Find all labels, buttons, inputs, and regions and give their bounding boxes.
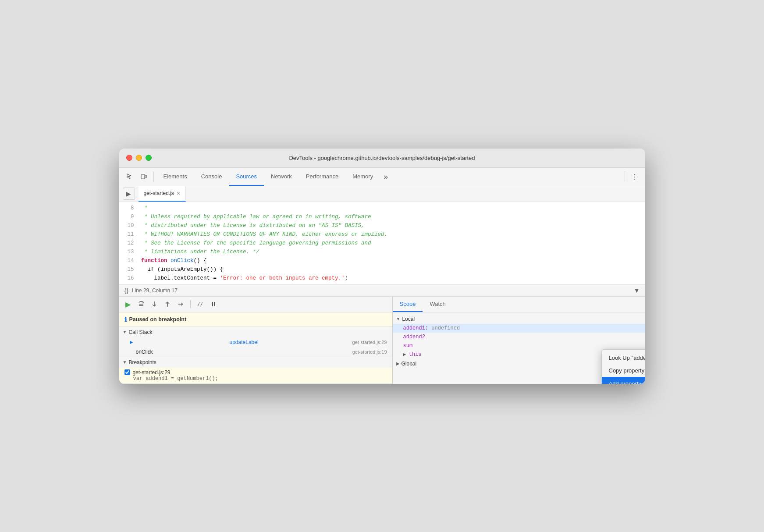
step-over-button[interactable] xyxy=(136,299,146,309)
code-editor[interactable]: 8 * 9 * Unless required by applicable la… xyxy=(119,202,645,284)
status-bar: {} Line 29, Column 17 ▼ xyxy=(119,284,645,297)
file-tab-get-started[interactable]: get-started.js × xyxy=(139,186,186,202)
file-tabbar: ▶ get-started.js × xyxy=(119,186,645,202)
svg-rect-7 xyxy=(212,302,213,306)
breakpoints-header[interactable]: ▼ Breakpoints xyxy=(119,357,392,368)
scope-key-sum: sum xyxy=(403,343,413,349)
main-nav: Elements Console Sources Network Perform… xyxy=(156,168,622,186)
scope-tabs: Scope Watch xyxy=(393,297,645,312)
more-tabs-button[interactable]: » xyxy=(380,172,391,181)
info-icon: ℹ xyxy=(124,316,127,323)
scope-item-addend1[interactable]: addend1: undefined xyxy=(393,324,645,333)
device-toolbar-button[interactable] xyxy=(137,170,151,184)
local-label: Local xyxy=(402,316,415,322)
code-line-14: 14 function onClick() { xyxy=(119,256,645,265)
code-block: 8 * 9 * Unless required by applicable la… xyxy=(119,202,645,284)
breakpoint-item-0[interactable]: get-started.js:29 var addend1 = getNumbe… xyxy=(119,368,392,383)
breakpoints-label: Breakpoints xyxy=(128,359,156,365)
settings-button[interactable]: ⋮ xyxy=(628,170,642,184)
code-line-13: 13 * limitations under the License. */ xyxy=(119,248,645,256)
debug-toolbar: ▶ xyxy=(119,297,392,312)
tab-network[interactable]: Network xyxy=(264,168,299,186)
call-stack-name-0: updateLabel xyxy=(230,339,259,345)
pause-on-exceptions-button[interactable] xyxy=(208,299,219,309)
tab-sources[interactable]: Sources xyxy=(229,168,264,186)
scope-item-sum[interactable]: sum xyxy=(393,341,645,350)
step-into-button[interactable] xyxy=(149,299,160,309)
toolbar-separator xyxy=(190,300,191,308)
left-panel: ▶ xyxy=(119,297,393,384)
call-stack-item-1[interactable]: onClick get-started.js:19 xyxy=(119,347,392,357)
ctx-lookup-label: Look Up "addend1" xyxy=(609,355,645,361)
svg-rect-1 xyxy=(145,175,146,178)
call-stack-triangle: ▼ xyxy=(123,330,127,334)
header-separator xyxy=(153,171,154,182)
ctx-copy-property-path-label: Copy property path xyxy=(609,367,645,374)
ctx-lookup[interactable]: Look Up "addend1" xyxy=(602,351,645,364)
scope-item-addend2[interactable]: addend2 xyxy=(393,333,645,341)
bp-code: var addend1 = getNumber1(); xyxy=(124,376,387,382)
call-stack-name-1: onClick xyxy=(130,349,153,355)
global-triangle: ▶ xyxy=(396,361,400,366)
bp-checkbox[interactable] xyxy=(124,369,130,375)
code-line-9: 9 * Unless required by applicable law or… xyxy=(119,213,645,221)
status-bar-text: Line 29, Column 17 xyxy=(132,287,178,294)
inspect-element-button[interactable] xyxy=(123,170,137,184)
right-divider xyxy=(625,171,625,182)
resume-button[interactable]: ▶ xyxy=(123,299,133,309)
code-line-8: 8 * xyxy=(119,204,645,213)
call-stack-label: Call Stack xyxy=(128,329,152,335)
call-stack-file-1: get-started.js:19 xyxy=(352,349,387,355)
watch-tab[interactable]: Watch xyxy=(423,297,452,312)
call-stack-header[interactable]: ▼ Call Stack xyxy=(119,327,392,337)
context-menu: Look Up "addend1" Copy property path Add… xyxy=(601,349,645,384)
sidebar-toggle-button[interactable]: ▶ xyxy=(123,188,135,200)
global-label: Global xyxy=(402,361,417,367)
scope-key-addend2: addend2 xyxy=(403,334,425,340)
settings-toggle-icon[interactable]: ▼ xyxy=(634,287,640,294)
right-panel: Scope Watch ▼ Local addend1: undefined a… xyxy=(393,297,645,384)
devtools-header: Elements Console Sources Network Perform… xyxy=(119,168,645,186)
traffic-lights xyxy=(126,155,152,161)
code-line-16: 16 label.textContent = 'Error: one or bo… xyxy=(119,274,645,283)
code-line-15: 15 if (inputsAreEmpty()) { xyxy=(119,265,645,274)
bp-filename: get-started.js:29 xyxy=(133,369,171,376)
step-button[interactable] xyxy=(175,299,186,309)
svg-rect-8 xyxy=(214,302,215,306)
ctx-add-to-watch-label: Add property path to watch xyxy=(609,380,645,384)
devtools-window: DevTools - googlechrome.github.io/devtoo… xyxy=(119,149,645,384)
file-tab-label: get-started.js xyxy=(144,190,174,196)
scope-key-addend1: addend1 xyxy=(403,325,425,331)
local-triangle: ▼ xyxy=(396,316,401,321)
scope-key-this: this xyxy=(409,351,422,358)
bp-file: get-started.js:29 xyxy=(124,369,387,376)
bottom-panel: ▶ xyxy=(119,297,645,384)
ctx-add-to-watch[interactable]: Add property path to watch xyxy=(602,377,645,384)
scope-tab[interactable]: Scope xyxy=(393,297,423,312)
minimize-button[interactable] xyxy=(136,155,142,161)
maximize-button[interactable] xyxy=(146,155,152,161)
svg-rect-0 xyxy=(141,174,145,179)
format-icon[interactable]: {} xyxy=(124,287,128,294)
code-line-10: 10 * distributed under the License is di… xyxy=(119,221,645,230)
ctx-copy-property-path[interactable]: Copy property path xyxy=(602,364,645,377)
code-line-11: 11 * WITHOUT WARRANTIES OR CONDITIONS OF… xyxy=(119,230,645,239)
code-line-12: 12 * See the License for the specific la… xyxy=(119,239,645,248)
call-stack-section: ▼ Call Stack updateLabel get-started.js:… xyxy=(119,327,392,357)
file-tab-close-icon[interactable]: × xyxy=(177,190,180,196)
breakpoint-banner: ℹ Paused on breakpoint xyxy=(119,312,392,327)
tab-console[interactable]: Console xyxy=(194,168,229,186)
tab-elements[interactable]: Elements xyxy=(156,168,194,186)
scope-val-addend1: undefined xyxy=(431,325,460,331)
call-stack-item-0[interactable]: updateLabel get-started.js:29 xyxy=(119,337,392,347)
deactivate-breakpoints-button[interactable]: // xyxy=(195,299,206,309)
breakpoint-text: Paused on breakpoint xyxy=(129,316,187,323)
close-button[interactable] xyxy=(126,155,132,161)
step-out-button[interactable] xyxy=(162,299,173,309)
window-title: DevTools - googlechrome.github.io/devtoo… xyxy=(289,155,475,161)
call-stack-file-0: get-started.js:29 xyxy=(352,340,387,345)
local-section-header[interactable]: ▼ Local xyxy=(393,314,645,324)
tab-memory[interactable]: Memory xyxy=(345,168,380,186)
breakpoints-section: ▼ Breakpoints get-started.js:29 var adde… xyxy=(119,357,392,384)
tab-performance[interactable]: Performance xyxy=(299,168,345,186)
